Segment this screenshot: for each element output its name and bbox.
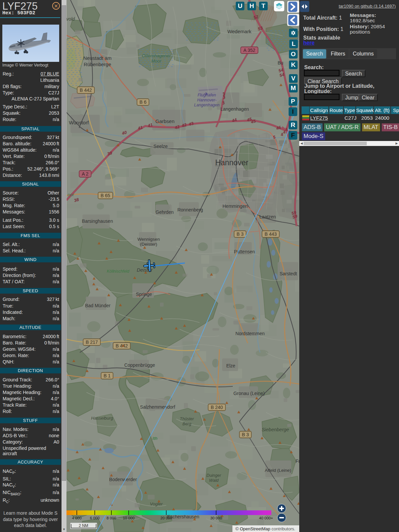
svg-text:8 000: 8 000 xyxy=(107,516,116,520)
svg-text:10 000: 10 000 xyxy=(123,516,134,520)
svg-text:40 000+: 40 000+ xyxy=(259,516,273,520)
svg-text:© OpenStreetMap contributors.: © OpenStreetMap contributors. xyxy=(235,526,295,531)
svg-text:6 000: 6 000 xyxy=(90,516,100,520)
svg-text:30 000: 30 000 xyxy=(210,516,222,520)
svg-text:20 000: 20 000 xyxy=(160,516,172,520)
svg-text:4 000: 4 000 xyxy=(72,516,82,520)
svg-text:2 NM: 2 NM xyxy=(79,523,88,528)
